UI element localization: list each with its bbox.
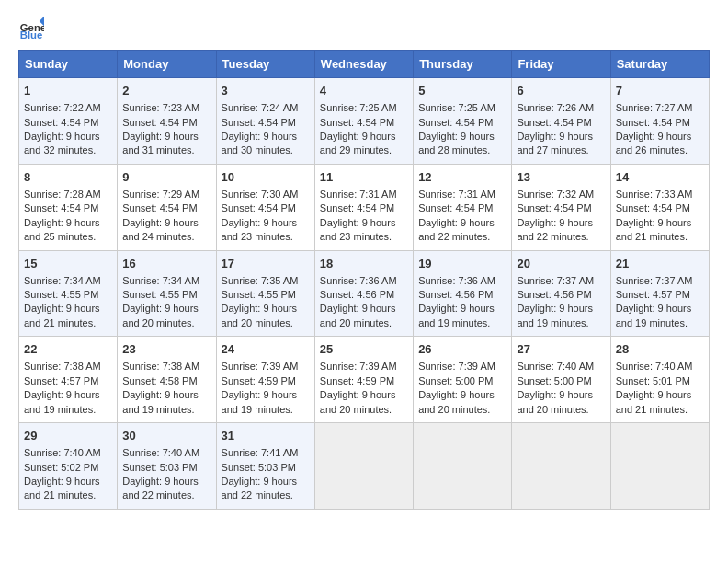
day-info-line: Sunrise: 7:40 AM xyxy=(517,360,605,373)
day-info-line: Sunset: 4:54 PM xyxy=(320,116,408,130)
day-info-line: Sunset: 4:55 PM xyxy=(222,288,310,302)
day-cell: 24Sunrise: 7:39 AMSunset: 4:59 PMDayligh… xyxy=(216,337,314,423)
day-cell: 28Sunrise: 7:40 AMSunset: 5:01 PMDayligh… xyxy=(610,337,709,423)
day-number: 3 xyxy=(222,83,310,99)
header-cell-thursday: Thursday xyxy=(414,51,512,78)
day-cell xyxy=(610,423,709,510)
day-info-line: Daylight: 9 hours xyxy=(24,216,112,230)
day-info-line: and 29 minutes. xyxy=(320,144,408,157)
day-info-line: Sunset: 4:54 PM xyxy=(616,201,704,215)
day-info-line: Sunrise: 7:23 AM xyxy=(122,101,210,115)
day-number: 25 xyxy=(320,341,408,358)
day-number: 27 xyxy=(517,341,605,358)
day-info-line: Sunset: 4:54 PM xyxy=(418,201,506,215)
day-number: 6 xyxy=(517,83,605,99)
day-number: 16 xyxy=(122,256,210,272)
day-cell: 15Sunrise: 7:34 AMSunset: 4:55 PMDayligh… xyxy=(19,250,118,337)
day-number: 26 xyxy=(418,341,506,358)
day-cell: 31Sunrise: 7:41 AMSunset: 5:03 PMDayligh… xyxy=(216,423,314,510)
day-info-line: Sunset: 5:00 PM xyxy=(418,374,506,388)
day-info-line: Sunset: 4:55 PM xyxy=(122,288,210,302)
header-row: SundayMondayTuesdayWednesdayThursdayFrid… xyxy=(19,51,710,78)
calendar-header: SundayMondayTuesdayWednesdayThursdayFrid… xyxy=(19,51,710,78)
day-info-line: Sunrise: 7:25 AM xyxy=(418,101,506,115)
day-info-line: and 30 minutes. xyxy=(222,144,310,157)
day-info-line: Sunrise: 7:22 AM xyxy=(24,101,112,115)
day-info-line: Sunrise: 7:41 AM xyxy=(222,446,310,460)
day-info-line: Sunset: 4:54 PM xyxy=(418,116,506,130)
week-row-1: 1Sunrise: 7:22 AMSunset: 4:54 PMDaylight… xyxy=(19,78,710,165)
logo: General Blue xyxy=(18,15,50,40)
day-info-line: Daylight: 9 hours xyxy=(122,388,210,402)
day-info-line: Daylight: 9 hours xyxy=(222,302,310,316)
day-info-line: and 22 minutes. xyxy=(517,230,605,244)
day-info-line: Sunrise: 7:36 AM xyxy=(320,274,408,288)
day-info-line: and 23 minutes. xyxy=(320,230,408,244)
day-info-line: Daylight: 9 hours xyxy=(418,302,506,316)
header-cell-wednesday: Wednesday xyxy=(314,51,413,78)
day-info-line: Daylight: 9 hours xyxy=(222,130,310,144)
day-cell: 8Sunrise: 7:28 AMSunset: 4:54 PMDaylight… xyxy=(19,164,118,250)
day-info-line: Daylight: 9 hours xyxy=(320,216,408,230)
day-info-line: and 22 minutes. xyxy=(418,230,506,244)
day-info-line: Sunset: 4:54 PM xyxy=(122,116,210,130)
day-info-line: Sunrise: 7:31 AM xyxy=(418,188,506,201)
day-info-line: Sunset: 5:00 PM xyxy=(517,374,605,388)
week-row-2: 8Sunrise: 7:28 AMSunset: 4:54 PMDaylight… xyxy=(19,164,710,250)
day-info-line: Daylight: 9 hours xyxy=(517,388,605,402)
day-info-line: and 20 minutes. xyxy=(320,403,408,417)
day-cell: 1Sunrise: 7:22 AMSunset: 4:54 PMDaylight… xyxy=(19,78,118,165)
day-info-line: and 19 minutes. xyxy=(222,403,310,417)
day-cell xyxy=(414,423,512,510)
header-cell-sunday: Sunday xyxy=(19,51,118,78)
header-cell-tuesday: Tuesday xyxy=(216,51,314,78)
day-info-line: Sunset: 4:54 PM xyxy=(320,201,408,215)
day-info-line: and 20 minutes. xyxy=(222,316,310,330)
day-number: 8 xyxy=(24,169,112,186)
day-info-line: Sunrise: 7:28 AM xyxy=(24,188,112,201)
day-info-line: Sunset: 4:59 PM xyxy=(320,374,408,388)
day-info-line: Daylight: 9 hours xyxy=(24,388,112,402)
day-info-line: Daylight: 9 hours xyxy=(122,302,210,316)
day-info-line: Daylight: 9 hours xyxy=(616,388,704,402)
day-cell: 3Sunrise: 7:24 AMSunset: 4:54 PMDaylight… xyxy=(216,78,314,165)
day-cell: 20Sunrise: 7:37 AMSunset: 4:56 PMDayligh… xyxy=(512,250,610,337)
day-number: 12 xyxy=(418,169,506,186)
day-info-line: Sunset: 4:54 PM xyxy=(122,201,210,215)
day-info-line: and 19 minutes. xyxy=(122,403,210,417)
day-info-line: Daylight: 9 hours xyxy=(517,216,605,230)
day-info-line: and 28 minutes. xyxy=(418,144,506,157)
day-number: 10 xyxy=(222,169,310,186)
day-info-line: Sunrise: 7:24 AM xyxy=(222,101,310,115)
day-number: 24 xyxy=(222,341,310,358)
day-info-line: Sunrise: 7:33 AM xyxy=(616,188,704,201)
day-info-line: Sunset: 4:56 PM xyxy=(320,288,408,302)
day-info-line: Sunrise: 7:32 AM xyxy=(517,188,605,201)
day-number: 2 xyxy=(122,83,210,99)
day-info-line: Sunset: 4:57 PM xyxy=(24,374,112,388)
calendar-table: SundayMondayTuesdayWednesdayThursdayFrid… xyxy=(18,50,710,510)
day-info-line: and 22 minutes. xyxy=(122,488,210,502)
day-info-line: and 21 minutes. xyxy=(616,230,704,244)
calendar-body: 1Sunrise: 7:22 AMSunset: 4:54 PMDaylight… xyxy=(19,78,710,510)
day-info-line: Sunrise: 7:40 AM xyxy=(616,360,704,373)
day-info-line: Sunrise: 7:36 AM xyxy=(418,274,506,288)
day-info-line: and 23 minutes. xyxy=(222,230,310,244)
day-info-line: Daylight: 9 hours xyxy=(222,216,310,230)
day-cell: 10Sunrise: 7:30 AMSunset: 4:54 PMDayligh… xyxy=(216,164,314,250)
day-info-line: and 26 minutes. xyxy=(616,144,704,157)
day-info-line: Daylight: 9 hours xyxy=(122,216,210,230)
day-cell xyxy=(512,423,610,510)
day-info-line: Sunset: 5:03 PM xyxy=(222,461,310,475)
day-cell: 6Sunrise: 7:26 AMSunset: 4:54 PMDaylight… xyxy=(512,78,610,165)
day-cell: 2Sunrise: 7:23 AMSunset: 4:54 PMDaylight… xyxy=(118,78,216,165)
header-cell-monday: Monday xyxy=(118,51,216,78)
day-info-line: and 19 minutes. xyxy=(517,316,605,330)
day-info-line: and 24 minutes. xyxy=(122,230,210,244)
day-info-line: Daylight: 9 hours xyxy=(320,302,408,316)
day-number: 19 xyxy=(418,256,506,272)
day-cell: 18Sunrise: 7:36 AMSunset: 4:56 PMDayligh… xyxy=(314,250,413,337)
week-row-5: 29Sunrise: 7:40 AMSunset: 5:02 PMDayligh… xyxy=(19,423,710,510)
day-info-line: Sunrise: 7:37 AM xyxy=(616,274,704,288)
day-info-line: and 25 minutes. xyxy=(24,230,112,244)
